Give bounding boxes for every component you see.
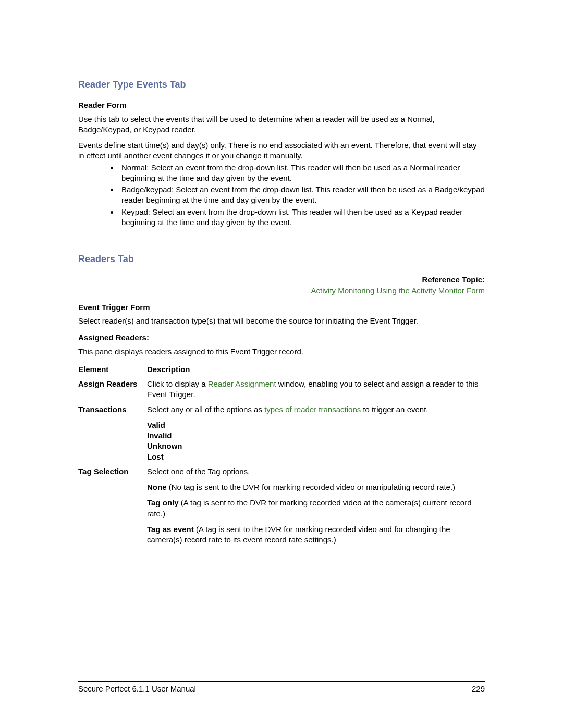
trans-post: to trigger an event. [361, 405, 428, 414]
tag-event-bold: Tag as event [147, 525, 194, 534]
row-desc-assign-readers: Click to display a Reader Assignment win… [147, 377, 485, 402]
subheading-assigned-readers: Assigned Readers: [78, 332, 485, 343]
reference-block: Reference Topic: Activity Monitoring Usi… [78, 275, 485, 296]
page: Reader Type Events Tab Reader Form Use t… [0, 0, 563, 728]
trans-option-lost: Lost [147, 452, 485, 462]
trans-option-unknown: Unknown [147, 441, 485, 451]
reader-assignment-link[interactable]: Reader Assignment [208, 379, 276, 388]
footer-manual-name: Secure Perfect 6.1.1 User Manual [78, 684, 196, 694]
bullet-list: Normal: Select an event from the drop-do… [78, 163, 485, 228]
reference-label: Reference Topic: [78, 275, 485, 285]
tag-none-bold: None [147, 483, 167, 491]
footer-page-number: 229 [472, 684, 485, 694]
assign-pre: Click to display a [147, 379, 208, 388]
reference-link[interactable]: Activity Monitoring Using the Activity M… [78, 286, 485, 296]
col-header-element: Element [78, 362, 147, 377]
row-label-transactions: Transactions [78, 402, 147, 464]
para-events: Events define start time(s) and day(s) o… [78, 140, 485, 162]
row-desc-tag-selection: Select one of the Tag options. None (No … [147, 464, 485, 548]
trans-pre: Select any or all of the options as [147, 405, 264, 414]
bullet-keypad: Keypad: Select an event from the drop-do… [119, 207, 485, 228]
bullet-normal: Normal: Select an event from the drop-do… [119, 163, 485, 184]
para-event-trigger: Select reader(s) and transaction type(s)… [78, 316, 485, 326]
tag-intro: Select one of the Tag options. [147, 466, 485, 477]
subheading-event-trigger-form: Event Trigger Form [78, 302, 485, 313]
tag-only-rest: (A tag is sent to the DVR for marking re… [147, 498, 471, 517]
types-of-reader-transactions-link[interactable]: types of reader transactions [264, 405, 361, 414]
page-footer: Secure Perfect 6.1.1 User Manual 229 [78, 681, 485, 694]
bullet-badge-keypad: Badge/keypad: Select an event from the d… [119, 184, 485, 206]
tag-only-bold: Tag only [147, 498, 179, 507]
para-assigned-readers: This pane displays readers assigned to t… [78, 347, 485, 357]
para-intro: Use this tab to select the events that w… [78, 114, 485, 135]
row-label-assign-readers: Assign Readers [78, 377, 147, 402]
heading-readers-tab: Readers Tab [78, 253, 485, 265]
definition-table: Element Description Assign Readers Click… [78, 362, 485, 548]
heading-reader-type-events: Reader Type Events Tab [78, 78, 485, 91]
col-header-description: Description [147, 362, 485, 377]
row-desc-transactions: Select any or all of the options as type… [147, 402, 485, 464]
row-label-tag-selection: Tag Selection [78, 464, 147, 548]
subheading-reader-form: Reader Form [78, 100, 485, 110]
tag-none-rest: (No tag is sent to the DVR for marking r… [167, 483, 456, 491]
trans-option-invalid: Invalid [147, 430, 485, 441]
trans-option-valid: Valid [147, 420, 485, 430]
